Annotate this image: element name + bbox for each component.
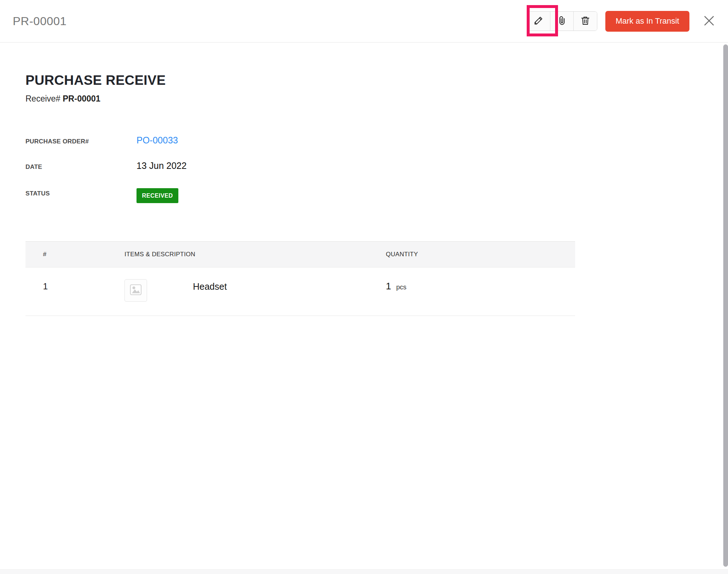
- field-status: STATUS RECEIVED: [25, 186, 728, 211]
- paperclip-icon: [556, 15, 568, 28]
- item-cell: Headset: [124, 268, 386, 302]
- items-table: # ITEMS & DESCRIPTION QUANTITY 1 Headset: [25, 241, 575, 316]
- edit-button[interactable]: [527, 12, 550, 31]
- quantity-cell: 1 pcs: [386, 268, 575, 292]
- page-title: PR-00001: [13, 15, 67, 28]
- quantity-value: 1: [386, 281, 391, 292]
- trash-icon: [579, 15, 591, 28]
- field-date: DATE 13 Jun 2022: [25, 161, 728, 186]
- pencil-icon: [533, 15, 545, 28]
- purchase-order-label: PURCHASE ORDER#: [25, 138, 136, 145]
- receive-number-line: Receive# PR-00001: [25, 94, 728, 104]
- item-image-placeholder: [124, 279, 147, 302]
- column-header-quantity: QUANTITY: [386, 251, 575, 258]
- field-list: PURCHASE ORDER# PO-00033 DATE 13 Jun 202…: [25, 135, 728, 211]
- column-header-items: ITEMS & DESCRIPTION: [124, 251, 386, 258]
- purchase-receive-detail: PURCHASE RECEIVE Receive# PR-00001 PURCH…: [0, 73, 728, 316]
- close-icon: [702, 13, 716, 29]
- attachment-button[interactable]: [550, 12, 574, 31]
- table-row: 1 Headset 1 pcs: [25, 268, 575, 316]
- image-placeholder-icon: [129, 283, 143, 298]
- date-value: 13 Jun 2022: [136, 161, 187, 171]
- purchase-order-link[interactable]: PO-00033: [136, 135, 178, 146]
- receive-number-value: PR-00001: [63, 94, 100, 103]
- close-button[interactable]: [701, 13, 717, 29]
- date-label: DATE: [25, 163, 136, 171]
- row-index: 1: [25, 268, 124, 292]
- toolbar-button-group: [527, 11, 597, 31]
- mark-as-in-transit-button[interactable]: Mark as In Transit: [605, 11, 689, 32]
- delete-button[interactable]: [574, 12, 597, 31]
- vertical-scrollbar[interactable]: [723, 44, 728, 567]
- document-heading: PURCHASE RECEIVE: [25, 73, 728, 88]
- modal-header: PR-00001: [0, 0, 728, 43]
- status-label: STATUS: [25, 190, 136, 197]
- receive-number-label: Receive#: [25, 94, 60, 103]
- field-purchase-order: PURCHASE ORDER# PO-00033: [25, 135, 728, 161]
- column-header-index: #: [25, 251, 124, 258]
- quantity-unit: pcs: [396, 284, 406, 291]
- status-badge: RECEIVED: [136, 188, 178, 203]
- footer-strip: [0, 569, 728, 574]
- table-header-row: # ITEMS & DESCRIPTION QUANTITY: [25, 241, 575, 268]
- toolbar: Mark as In Transit: [527, 11, 717, 32]
- item-name: Headset: [193, 279, 227, 292]
